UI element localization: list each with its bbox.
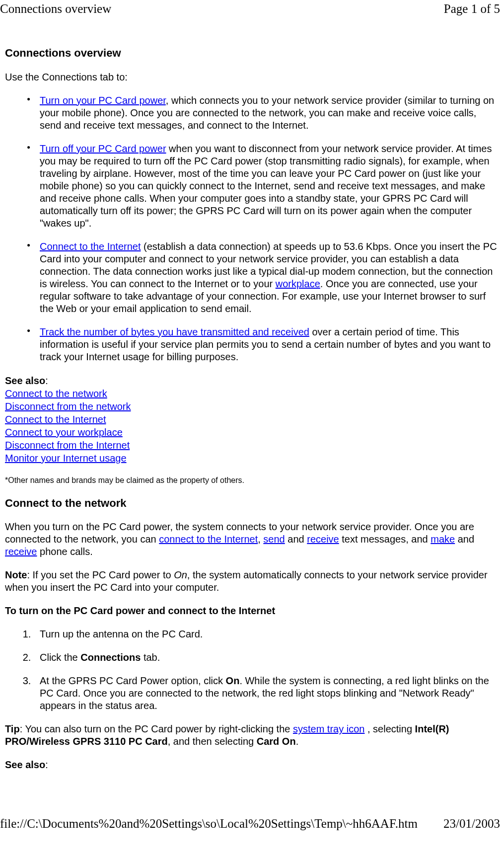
step-text: tab. [141,652,160,663]
step-bold: Connections [80,652,141,663]
link-connect-internet[interactable]: Connect to the Internet [40,241,141,252]
link-send[interactable]: send [263,534,285,545]
link-receive-2[interactable]: receive [5,546,37,557]
see-also-trailing: See also: [5,759,498,771]
step-text: Turn up the antenna on the PC Card. [40,629,203,639]
note-text: : If you set the PC Card power to [27,569,174,580]
paragraph: When you turn on the PC Card power, the … [5,521,498,558]
link-turn-off-pc-card[interactable]: Turn off your PC Card power [40,143,166,154]
page-footer: file://C:\Documents%20and%20Settings\so\… [0,816,503,833]
tip-label: Tip [5,723,20,734]
see-also-label: See also [5,759,45,770]
paragraph-text: and [285,534,307,545]
header-title: Connections overview [0,1,111,16]
see-also-colon: : [45,759,48,770]
link-monitor-usage[interactable]: Monitor your Internet usage [5,453,127,464]
link-disconnect-network[interactable]: Disconnect from the network [5,401,131,412]
step-text: At the GPRS PC Card Power option, click [40,675,226,686]
paragraph-text: phone calls. [37,546,92,557]
tip-text: : You can also turn on the PC Card power… [20,723,293,734]
tip-text: . [296,736,299,747]
paragraph-text: , [258,534,263,545]
list-item: Turn up the antenna on the PC Card. [34,628,498,640]
link-system-tray-icon[interactable]: system tray icon [293,723,364,734]
list-item: Track the number of bytes you have trans… [27,326,498,363]
note-italic: On [174,569,187,580]
link-receive[interactable]: receive [307,534,339,545]
link-workplace[interactable]: workplace [276,278,320,289]
list-item: At the GPRS PC Card Power option, click … [34,675,498,712]
footer-path: file://C:\Documents%20and%20Settings\so\… [0,816,418,831]
link-connect-internet-2[interactable]: Connect to the Internet [5,414,106,425]
footer-date: 23/01/2003 [443,816,500,831]
tip-text: , selecting [364,723,415,734]
tip-text: , and then selecting [168,736,257,747]
list-item: Connect to the Internet (establish a dat… [27,240,498,315]
link-connect-internet-3[interactable]: connect to the Internet [159,534,258,545]
footnote-text: *Other names and brands may be claimed a… [5,475,498,485]
see-also-block: See also: Connect to the network Disconn… [5,374,498,465]
link-connect-workplace[interactable]: Connect to your workplace [5,427,123,438]
step-bold: On [226,675,240,686]
steps-list: Turn up the antenna on the PC Card. Clic… [5,628,498,712]
tip-bold: Card On [257,736,296,747]
see-also-colon: : [45,375,48,386]
document-body: Connections overview Use the Connections… [0,46,503,771]
link-track-bytes[interactable]: Track the number of bytes you have trans… [40,326,309,337]
link-turn-on-pc-card[interactable]: Turn on your PC Card power [40,95,166,106]
header-page-number: Page 1 of 5 [444,1,500,16]
note-label: Note [5,569,27,580]
list-item-text: when you want to disconnect from your ne… [40,143,492,229]
see-also-label: See also [5,375,45,386]
tip-paragraph: Tip: You can also turn on the PC Card po… [5,723,498,748]
list-item: Turn on your PC Card power, which connec… [27,94,498,132]
note-paragraph: Note: If you set the PC Card power to On… [5,569,498,594]
page-header: Connections overview Page 1 of 5 [0,0,503,16]
subheading: To turn on the PC Card power and connect… [5,605,498,617]
list-item: Click the Connections tab. [34,651,498,664]
section-title-connect-network: Connect to the network [5,496,498,510]
section-title-connections-overview: Connections overview [5,46,498,60]
link-disconnect-internet[interactable]: Disconnect from the Internet [5,440,130,451]
step-text: Click the [40,652,80,663]
paragraph-text: text messages, and [339,534,431,545]
link-connect-network[interactable]: Connect to the network [5,388,107,399]
overview-bullet-list: Turn on your PC Card power, which connec… [5,94,498,363]
intro-text: Use the Connections tab to: [5,71,498,83]
list-item: Turn off your PC Card power when you wan… [27,143,498,230]
link-make[interactable]: make [431,534,455,545]
paragraph-text: and [455,534,474,545]
